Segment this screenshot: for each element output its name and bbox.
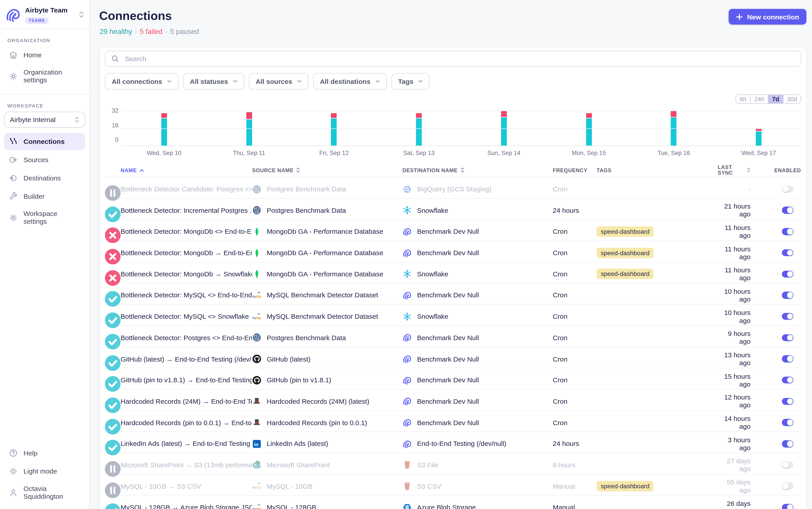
postgres-icon (252, 206, 261, 215)
table-row[interactable]: Bottleneck Detector Candidate: Postgres … (105, 177, 801, 199)
table-row[interactable]: Bottleneck Detector: MySQL <> SnowflakeM… (105, 305, 801, 326)
enabled-toggle[interactable] (782, 207, 793, 214)
table-row[interactable]: Bottleneck Detector: MongoDb <> End-to-E… (105, 220, 801, 241)
destination-name: End-to-End Testing (/dev/null) (417, 440, 506, 448)
sidebar-item-home[interactable]: Home (4, 46, 85, 64)
connections-card: All connections All statuses All sources… (99, 47, 807, 509)
column-header-source[interactable]: SOURCE NAME (252, 167, 402, 173)
enabled-toggle[interactable] (782, 355, 793, 363)
chevron-down-icon (167, 80, 172, 83)
sidebar-item-builder[interactable]: Builder (4, 188, 85, 205)
filter-row: All connections All statuses All sources… (105, 73, 801, 90)
enabled-toggle[interactable] (782, 185, 793, 193)
sidebar-item-organization-settings[interactable]: Organization settings (4, 65, 85, 88)
sidebar-item-connections[interactable]: Connections (4, 133, 85, 150)
tag-chip: speed-dashboard (596, 481, 654, 491)
table-row[interactable]: Bottleneck Detector: MongoDb → End-to-En… (105, 241, 801, 262)
hardcoded-icon (252, 397, 261, 406)
time-range-6h[interactable]: 6h (736, 95, 750, 103)
table-row[interactable]: Hardcoded Records (24M) → End-to-End Te.… (105, 390, 801, 411)
enabled-toggle[interactable] (782, 440, 793, 447)
sidebar-item-destinations[interactable]: Destinations (4, 170, 85, 187)
enabled-toggle[interactable] (782, 228, 793, 235)
enabled-toggle[interactable] (782, 271, 793, 278)
enabled-toggle[interactable] (782, 334, 793, 341)
bar-segment-succeeded (246, 120, 252, 146)
last-sync: 12 hours ago (718, 394, 774, 409)
enabled-toggle[interactable] (782, 398, 793, 405)
connection-name: Bottleneck Detector: MySQL <> Snowflake (121, 312, 252, 320)
connection-name: Bottleneck Detector: Postgres <> End-to-… (121, 334, 252, 341)
gridline (122, 111, 801, 111)
chevron-down-icon (297, 80, 301, 83)
filter-label: All destinations (320, 77, 370, 85)
tags-cell: speed-dashboard (596, 269, 718, 279)
column-header-last-sync[interactable]: LAST SYNC (718, 164, 774, 176)
enabled-toggle[interactable] (782, 292, 793, 299)
table-row[interactable]: Bottleneck Detector: Incremental Postgre… (105, 199, 801, 220)
enabled-toggle[interactable] (782, 419, 793, 426)
table-row[interactable]: MySQL - 10GB → S3 CSVMySQL.MySQL - 10GBS… (105, 474, 801, 496)
workspace-selector[interactable]: Airbyte Internal (4, 111, 85, 128)
table-row[interactable]: Bottleneck Detector: Postgres <> End-to-… (105, 326, 801, 347)
enabled-toggle[interactable] (782, 313, 793, 320)
snowflake-icon (402, 269, 412, 279)
table-row[interactable]: GitHub (pin to v1.8.1) → End-to-End Test… (105, 368, 801, 389)
source-name: Hardcoded Records (pin to 0.0.1) (267, 419, 367, 427)
airbyte-icon (402, 333, 412, 342)
chevron-down-icon (375, 80, 380, 83)
sidebar-item-user[interactable]: Octavia Squiddington (4, 481, 85, 504)
sidebar-item-workspace-settings[interactable]: Workspace settings (4, 206, 85, 229)
filter-label: All connections (111, 77, 162, 85)
sidebar-item-light-mode[interactable]: Light mode (4, 463, 85, 480)
search-input[interactable] (124, 54, 795, 63)
enabled-toggle[interactable] (782, 376, 793, 384)
time-range-7d[interactable]: 7d (768, 95, 783, 103)
bar-segment-succeeded (671, 117, 677, 146)
column-header-destination[interactable]: DESTINATION NAME (402, 167, 553, 173)
table-row[interactable]: Bottleneck Detector: MySQL <> End-to-End… (105, 283, 801, 305)
filter-all-destinations[interactable]: All destinations (313, 73, 387, 90)
gridline (122, 128, 801, 129)
source-name: Postgres Benchmark Data (267, 334, 346, 341)
table-row[interactable]: Bottleneck Detector: MongoDb → Snowflake… (105, 262, 801, 283)
table-row[interactable]: LinkedIn Ads (latest) → End-to-End Testi… (105, 432, 801, 453)
org-switcher[interactable]: Airbyte Team TEAMS (0, 0, 89, 29)
destination-name: Snowflake (417, 206, 448, 214)
filter-all-sources[interactable]: All sources (249, 73, 308, 90)
last-sync: 11 hours ago (718, 224, 774, 239)
sidebar-item-help[interactable]: Help (4, 444, 85, 462)
enabled-toggle[interactable] (782, 483, 793, 490)
source-name: MongoDb GA - Performance Database (267, 228, 383, 235)
enabled-toggle[interactable] (782, 249, 793, 256)
source-name: GitHub (pin to v1.8.1) (267, 376, 331, 384)
sources-icon (8, 155, 18, 165)
frequency: Manual (553, 482, 596, 490)
sidebar-item-label: Connections (24, 138, 65, 145)
column-header-name[interactable]: NAME (121, 167, 252, 173)
time-range-24h[interactable]: 24h (750, 95, 768, 103)
table-row[interactable]: Hardcoded Records (pin to 0.0.1) → End-t… (105, 411, 801, 432)
connections-icon (8, 137, 18, 146)
sort-icon (296, 167, 300, 173)
frequency: Cron (553, 228, 596, 235)
svg-text:MySQL.: MySQL. (252, 295, 261, 298)
filter-all-statuses[interactable]: All statuses (183, 73, 244, 90)
table-header: NAME SOURCE NAME DESTINATION NAME FREQUE… (105, 163, 801, 177)
filter-all-connections[interactable]: All connections (105, 73, 178, 90)
table-row[interactable]: Microsoft SharePoint → S3 (13mb performa… (105, 453, 801, 474)
new-connection-button[interactable]: New connection (729, 9, 806, 25)
bar-segment-failed (416, 113, 422, 118)
table-row[interactable]: GitHub (latest) → End-to-End Testing (/d… (105, 347, 801, 368)
last-sync: 13 hours ago (718, 351, 774, 367)
filter-tags[interactable]: Tags (391, 73, 430, 90)
search-bar[interactable] (105, 50, 801, 67)
sidebar-item-sources[interactable]: Sources (4, 151, 85, 168)
time-range-30d[interactable]: 30d (783, 95, 801, 103)
org-switcher-chevrons-icon (79, 11, 84, 18)
last-sync: 26 days ago (718, 500, 774, 509)
table-row[interactable]: MySQL - 128GB → Azure Blob Storage JSOn … (105, 496, 801, 509)
enabled-toggle[interactable] (782, 504, 793, 509)
x-tick: Thu, Sep 11 (206, 150, 292, 156)
enabled-toggle[interactable] (782, 462, 793, 469)
